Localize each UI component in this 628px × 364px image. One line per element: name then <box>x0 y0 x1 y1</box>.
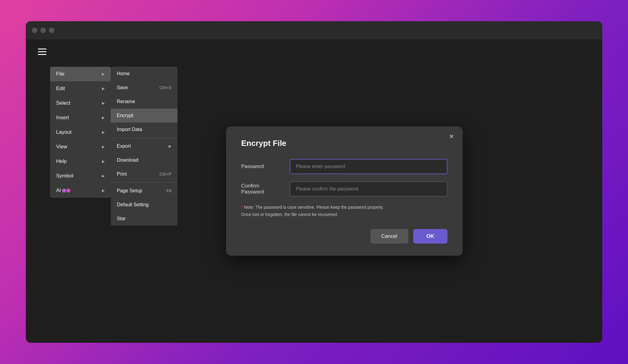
ok-button[interactable]: OK <box>413 229 448 244</box>
menu-item-view[interactable]: View ▶ <box>50 140 111 154</box>
ai-gradient-icon: ⬟⬟ <box>62 188 70 194</box>
asterisk-icon: * <box>241 205 243 210</box>
arrow-right-icon: ▶ <box>102 145 105 149</box>
password-label: Password <box>241 163 290 170</box>
submenu-item-star[interactable]: Star <box>111 212 177 226</box>
submenu-item-home[interactable]: Home <box>111 67 177 81</box>
submenu-item-default-setting[interactable]: Default Setting <box>111 198 177 212</box>
arrow-right-icon: ▶ <box>102 72 105 76</box>
submenu-item-encrypt[interactable]: Encrypt <box>111 109 177 123</box>
file-submenu: Home Save Ctrl+S Rename Encrypt Import D… <box>111 67 177 226</box>
dialog-buttons: Cancel OK <box>241 229 447 244</box>
submenu-item-save[interactable]: Save Ctrl+S <box>111 81 177 95</box>
arrow-right-icon: ▶ <box>102 174 105 178</box>
submenu-item-page-setup[interactable]: Page Setup F6 <box>111 184 177 198</box>
encrypt-dialog: ✕ Encrypt File Password Confirm Password… <box>226 126 463 256</box>
note-text: Note: The password is case sensitive. Pl… <box>241 205 384 217</box>
confirm-password-label: Confirm Password <box>241 183 290 195</box>
title-bar <box>26 21 602 39</box>
dialog-close-button[interactable]: ✕ <box>447 132 456 141</box>
submenu-divider-2 <box>111 182 177 183</box>
arrow-right-icon: ▶ <box>102 86 105 91</box>
minimize-button[interactable] <box>40 28 46 33</box>
submenu-item-download[interactable]: Download <box>111 153 177 167</box>
password-field-row: Password <box>241 159 447 174</box>
main-menu: File ▶ Edit ▶ Select ▶ Insert ▶ Layout ▶… <box>50 67 111 198</box>
menu-item-select[interactable]: Select ▶ <box>50 96 111 110</box>
confirm-password-input[interactable] <box>290 181 447 197</box>
submenu-item-rename[interactable]: Rename <box>111 95 177 109</box>
close-button[interactable] <box>32 28 37 33</box>
arrow-right-icon: ▶ <box>102 116 105 120</box>
app-window: File ▶ Edit ▶ Select ▶ Insert ▶ Layout ▶… <box>26 21 602 343</box>
submenu-divider-1 <box>111 138 177 138</box>
menu-item-layout[interactable]: Layout ▶ <box>50 125 111 140</box>
submenu-item-export[interactable]: Export ▶ <box>111 139 177 153</box>
menu-item-ai[interactable]: AI ⬟⬟ ▶ <box>50 183 111 198</box>
maximize-button[interactable] <box>49 28 54 33</box>
submenu-item-import-data[interactable]: Import Data <box>111 123 177 136</box>
arrow-right-icon: ▶ <box>102 188 105 193</box>
cancel-button[interactable]: Cancel <box>370 229 408 244</box>
menu-item-insert[interactable]: Insert ▶ <box>50 110 111 125</box>
traffic-lights <box>32 28 54 33</box>
arrow-right-icon: ▶ <box>102 159 105 163</box>
menu-item-symbol[interactable]: Symbol ▶ <box>50 169 111 183</box>
menu-item-help[interactable]: Help ▶ <box>50 154 111 169</box>
arrow-right-icon: ▶ <box>102 130 105 134</box>
menu-item-edit[interactable]: Edit ▶ <box>50 81 111 96</box>
menu-item-file[interactable]: File ▶ <box>50 67 111 81</box>
app-content: File ▶ Edit ▶ Select ▶ Insert ▶ Layout ▶… <box>26 39 602 343</box>
arrow-right-icon: ▶ <box>102 101 105 105</box>
dialog-note: *Note: The password is case sensitive. P… <box>241 204 447 218</box>
arrow-right-icon: ▶ <box>169 144 171 148</box>
password-input[interactable] <box>290 159 447 174</box>
submenu-item-print[interactable]: Print Ctrl+P <box>111 167 177 181</box>
confirm-password-field-row: Confirm Password <box>241 181 447 197</box>
dialog-title: Encrypt File <box>241 139 447 148</box>
